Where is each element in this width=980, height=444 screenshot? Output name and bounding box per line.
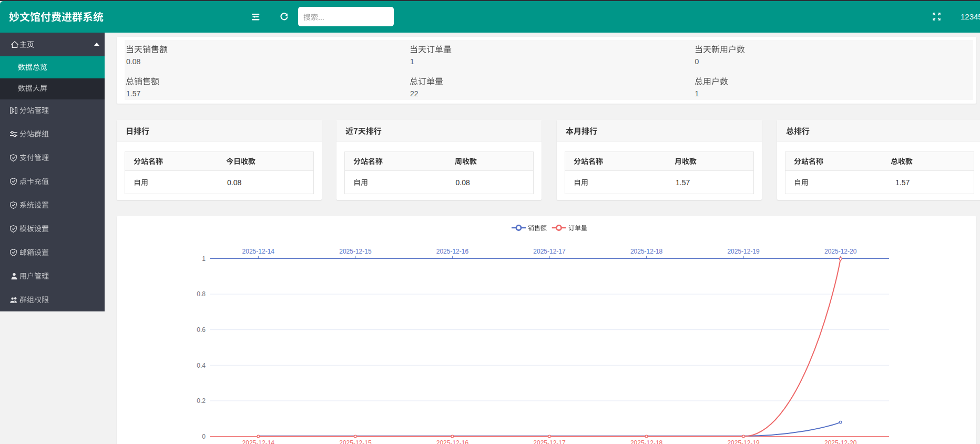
svg-text:0: 0: [202, 433, 206, 440]
svg-text:2025-12-16: 2025-12-16: [436, 248, 469, 255]
svg-text:2025-12-20: 2025-12-20: [824, 439, 857, 444]
svg-text:2025-12-15: 2025-12-15: [339, 439, 372, 444]
svg-text:0.4: 0.4: [197, 362, 206, 369]
svg-text:2025-12-17: 2025-12-17: [533, 439, 566, 444]
svg-text:2025-12-17: 2025-12-17: [533, 248, 566, 255]
svg-text:2025-12-14: 2025-12-14: [242, 439, 275, 444]
svg-text:2025-12-16: 2025-12-16: [436, 439, 469, 444]
svg-text:2025-12-14: 2025-12-14: [242, 248, 275, 255]
svg-text:2025-12-20: 2025-12-20: [824, 248, 857, 255]
svg-text:1: 1: [202, 255, 206, 263]
svg-text:2025-12-19: 2025-12-19: [727, 439, 760, 444]
svg-text:2025-12-18: 2025-12-18: [630, 248, 663, 255]
svg-text:0.2: 0.2: [197, 397, 206, 405]
svg-text:2025-12-18: 2025-12-18: [630, 439, 663, 444]
svg-text:0.8: 0.8: [197, 290, 206, 298]
svg-text:0.6: 0.6: [197, 326, 206, 334]
svg-text:2025-12-19: 2025-12-19: [727, 248, 760, 255]
svg-text:2025-12-15: 2025-12-15: [339, 248, 372, 255]
